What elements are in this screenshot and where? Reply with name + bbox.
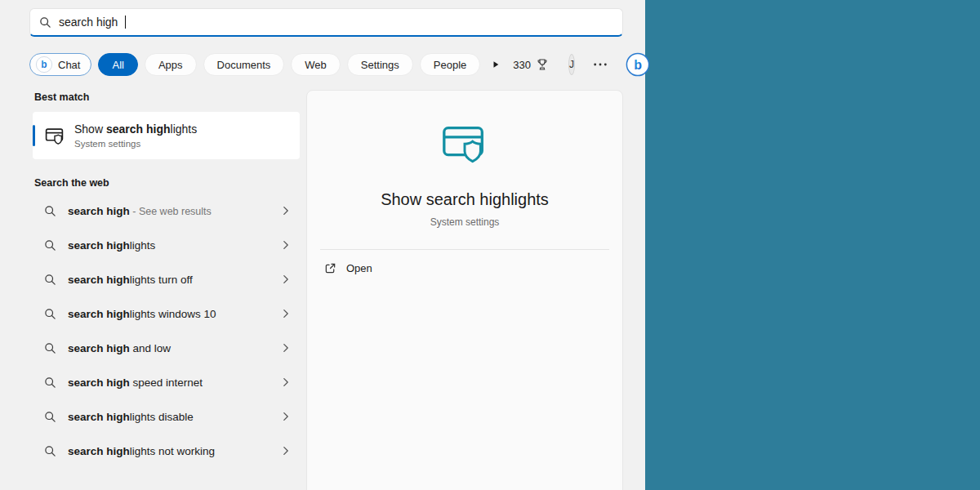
windows-search-panel: search high b Chat All Apps Documents We…: [0, 0, 645, 490]
results-column: Best match Show search highlights System…: [33, 91, 300, 468]
open-external-icon: [324, 262, 336, 274]
suggestion-rest: lights not working: [130, 445, 215, 457]
search-icon: [44, 239, 56, 252]
best-match-header: Best match: [34, 91, 300, 103]
search-highlights-icon: [44, 126, 65, 146]
suggestion-rest: lights disable: [130, 411, 194, 423]
chevron-right-icon[interactable]: [280, 239, 292, 251]
svg-text:b: b: [41, 59, 47, 70]
selection-indicator: [33, 125, 35, 146]
suggestion-note: - See web results: [130, 206, 212, 217]
preview-subtitle: System settings: [430, 216, 500, 228]
suggestion-text: search highlights disable: [68, 411, 194, 423]
tab-apps[interactable]: Apps: [145, 53, 197, 76]
tab-people[interactable]: People: [420, 53, 480, 76]
best-match-item[interactable]: Show search highlights System settings: [33, 112, 300, 159]
web-suggestion-row[interactable]: search highlights not working: [33, 434, 300, 468]
text-caret: [125, 16, 126, 29]
search-icon: [44, 274, 56, 286]
preview-panel: Show search highlights System settings O…: [306, 90, 623, 490]
suggestion-match: search high: [68, 205, 130, 217]
svg-text:b: b: [634, 58, 642, 72]
suggestion-text: search high - See web results: [68, 205, 212, 217]
suggestion-text: search high and low: [68, 342, 171, 354]
open-label: Open: [346, 262, 372, 274]
suggestion-rest: lights windows 10: [130, 308, 216, 320]
preview-divider: [320, 249, 609, 250]
suggestion-rest: speed internet: [130, 376, 203, 389]
tab-all[interactable]: All: [98, 53, 137, 76]
best-match-subtitle: System settings: [74, 139, 197, 149]
suggestion-rest: and low: [130, 342, 171, 354]
chevron-right-icon[interactable]: [280, 445, 292, 457]
search-icon: [44, 376, 56, 389]
bing-button[interactable]: b: [626, 52, 650, 77]
search-icon: [39, 16, 51, 29]
search-icon: [44, 308, 56, 320]
web-suggestion-row[interactable]: search high speed internet: [33, 365, 300, 399]
search-highlights-large-icon: [439, 120, 490, 174]
tab-documents[interactable]: Documents: [203, 53, 285, 76]
web-suggestion-row[interactable]: search high - See web results: [33, 194, 300, 228]
chevron-right-icon[interactable]: [280, 274, 292, 285]
suggestion-match: search high: [68, 445, 130, 457]
more-options-icon[interactable]: [593, 62, 608, 67]
best-match-title-prefix: Show: [74, 122, 106, 136]
web-suggestion-row[interactable]: search highlights: [33, 228, 300, 262]
web-suggestion-row[interactable]: search highlights disable: [33, 399, 300, 434]
suggestion-match: search high: [68, 239, 130, 252]
chevron-right-icon[interactable]: [280, 205, 292, 216]
best-match-title-match: search high: [106, 122, 171, 136]
chevron-right-icon[interactable]: [280, 376, 292, 388]
web-suggestion-row[interactable]: search highlights windows 10: [33, 296, 300, 331]
search-icon: [44, 205, 56, 217]
best-match-title: Show search highlights: [74, 122, 197, 136]
rewards-badge[interactable]: 330: [513, 58, 549, 71]
suggestion-match: search high: [68, 376, 130, 389]
chevron-right-icon[interactable]: [280, 308, 292, 319]
filter-tabs-row: b Chat All Apps Documents Web Settings P…: [29, 52, 623, 77]
rewards-icon: [536, 58, 549, 71]
search-icon: [44, 445, 56, 457]
tab-settings[interactable]: Settings: [347, 53, 413, 76]
search-query-text: search high: [59, 16, 118, 29]
account-avatar[interactable]: J: [568, 54, 575, 75]
suggestion-rest: lights: [130, 239, 156, 252]
suggestion-rest: lights turn off: [130, 274, 193, 286]
suggestion-text: search highlights turn off: [68, 274, 193, 286]
best-match-text: Show search highlights System settings: [74, 122, 197, 149]
open-action[interactable]: Open: [307, 254, 622, 283]
best-match-title-suffix: lights: [171, 122, 198, 136]
search-web-header: Search the web: [34, 177, 300, 189]
web-suggestion-row[interactable]: search highlights turn off: [33, 262, 300, 296]
tab-web[interactable]: Web: [291, 53, 341, 76]
bing-chat-icon: b: [35, 56, 53, 74]
suggestion-match: search high: [68, 274, 130, 286]
suggestion-text: search highlights windows 10: [68, 308, 216, 320]
suggestion-text: search highlights not working: [68, 445, 215, 457]
web-suggestion-row[interactable]: search high and low: [33, 331, 300, 365]
suggestion-text: search highlights: [68, 239, 155, 252]
rewards-points: 330: [513, 59, 531, 71]
search-input[interactable]: search high: [29, 8, 623, 37]
tab-chat-label: Chat: [58, 59, 80, 71]
more-filters-icon[interactable]: [492, 60, 500, 69]
suggestion-text: search high speed internet: [68, 376, 203, 389]
search-icon: [44, 411, 56, 423]
preview-title: Show search highlights: [381, 190, 549, 209]
chevron-right-icon[interactable]: [280, 342, 292, 354]
search-icon: [44, 342, 56, 354]
chevron-right-icon[interactable]: [280, 411, 292, 422]
suggestion-match: search high: [68, 342, 130, 354]
suggestion-match: search high: [68, 308, 130, 320]
tab-chat[interactable]: b Chat: [29, 53, 91, 76]
suggestion-match: search high: [68, 411, 130, 423]
